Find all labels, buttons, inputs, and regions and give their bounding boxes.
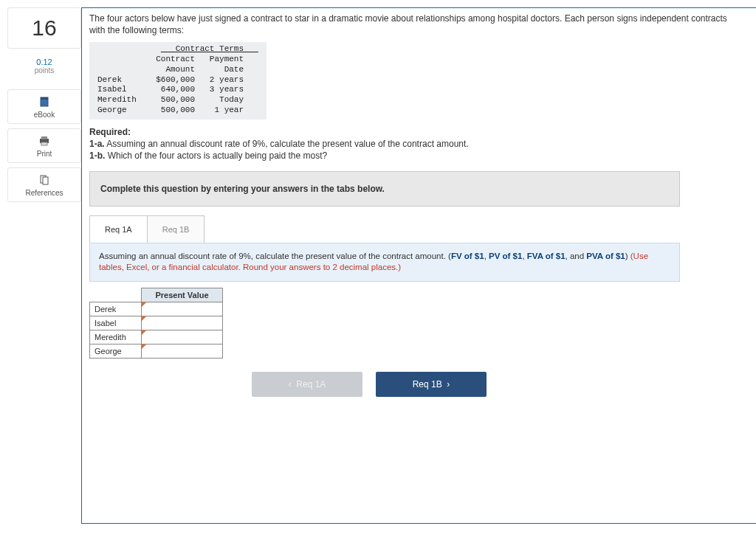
req-1a-tag: 1-a.	[89, 139, 105, 149]
prev-tab-button: ‹ Req 1A	[252, 372, 362, 397]
link-pv[interactable]: PV of $1	[489, 252, 522, 260]
book-icon	[38, 96, 50, 108]
tabs: Req 1A Req 1B	[89, 215, 744, 243]
references-icon	[38, 174, 50, 186]
print-label: Print	[37, 150, 52, 158]
link-fv[interactable]: FV of $1	[451, 252, 484, 260]
link-fva[interactable]: FVA of $1	[527, 252, 566, 260]
svg-rect-1	[41, 97, 48, 100]
svg-rect-6	[43, 177, 48, 184]
actor-name: Meredith	[90, 330, 142, 344]
present-value-input[interactable]	[142, 344, 223, 358]
required-label: Required:	[89, 127, 744, 137]
link-pva[interactable]: PVA of $1	[586, 252, 625, 260]
chevron-left-icon: ‹	[289, 379, 297, 389]
ebook-button[interactable]: eBook	[7, 89, 81, 124]
requirement-1a: 1-a. Assuming an annual discount rate of…	[89, 139, 744, 149]
points: 0.12 points	[7, 58, 81, 75]
chevron-right-icon: ›	[442, 379, 450, 389]
col-present-value: Present Value	[142, 288, 223, 302]
next-tab-button[interactable]: Req 1B ›	[376, 372, 487, 397]
actor-name: George	[90, 344, 142, 358]
panel-lead: Assuming an annual discount rate of 9%, …	[99, 252, 451, 260]
actor-name: Derek	[90, 302, 142, 316]
req-1b-tag: 1-b.	[89, 150, 105, 161]
contract-terms-table: Contract Terms Contract Payment Amount D…	[89, 42, 267, 119]
table-row: Isabel	[90, 316, 223, 330]
prompt-text: The four actors below have just signed a…	[89, 13, 744, 36]
tab-req-1b[interactable]: Req 1B	[147, 215, 205, 243]
references-label: References	[25, 189, 63, 197]
req-1a-text: Assuming an annual discount rate of 9%, …	[106, 139, 468, 149]
prev-tab-label: Req 1A	[296, 379, 326, 389]
answer-table: Present Value DerekIsabelMeredithGeorge	[89, 288, 223, 359]
next-tab-label: Req 1B	[413, 379, 442, 389]
present-value-input[interactable]	[142, 330, 223, 344]
table-row: Derek	[90, 302, 223, 316]
present-value-input[interactable]	[142, 302, 223, 316]
question-content: The four actors below have just signed a…	[81, 7, 756, 524]
points-label: points	[7, 66, 81, 75]
req-1b-text: Which of the four actors is actually bei…	[108, 150, 328, 161]
question-number: 16	[7, 7, 81, 49]
points-value: 0.12	[7, 58, 81, 66]
ebook-label: eBook	[34, 111, 55, 119]
tab-panel-req-1a: Assuming an annual discount rate of 9%, …	[89, 243, 680, 282]
references-button[interactable]: References	[7, 167, 81, 202]
requirement-1b: 1-b. Which of the four actors is actuall…	[89, 150, 744, 161]
tab-req-1a[interactable]: Req 1A	[89, 215, 148, 243]
table-row: George	[90, 344, 223, 358]
svg-rect-3	[41, 136, 47, 139]
present-value-input[interactable]	[142, 316, 223, 330]
svg-rect-4	[41, 142, 47, 145]
table-row: Meredith	[90, 330, 223, 344]
instruction-bar: Complete this question by entering your …	[89, 171, 680, 207]
print-button[interactable]: Print	[7, 128, 81, 163]
print-icon	[38, 135, 50, 147]
actor-name: Isabel	[90, 316, 142, 330]
